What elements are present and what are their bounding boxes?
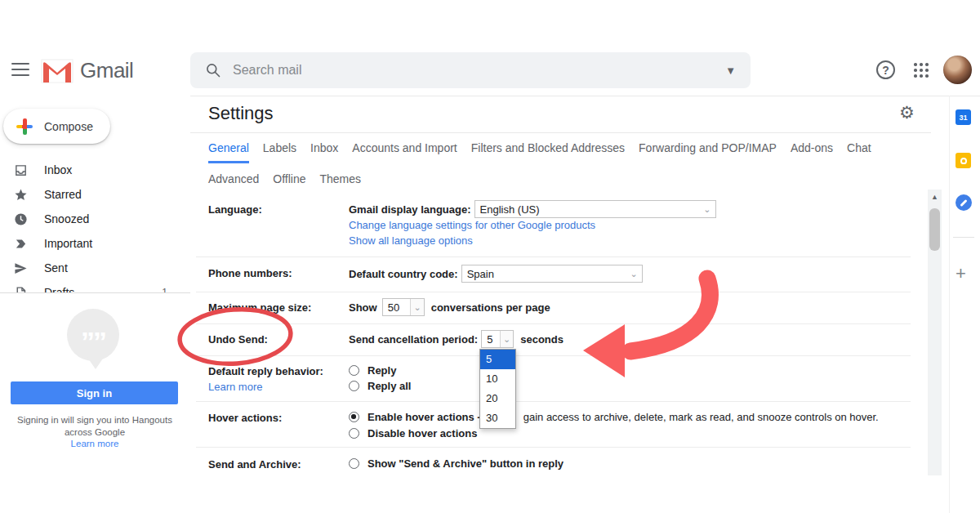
- scroll-up-arrow-icon[interactable]: ▲: [928, 193, 942, 201]
- scrollbar-thumb[interactable]: [929, 208, 940, 251]
- max-page-size-row-label: Maximum page size:: [208, 301, 343, 314]
- phone-numbers-row-label: Phone numbers:: [208, 267, 343, 279]
- settings-tabs-row-2: Advanced Offline Themes: [208, 172, 361, 192]
- row-divider: [196, 323, 911, 324]
- help-icon[interactable]: ?: [876, 60, 895, 79]
- page-size-select[interactable]: 50 ⌄: [382, 298, 425, 316]
- compose-label: Compose: [44, 120, 93, 133]
- show-language-options-link-row: Show all language options: [349, 234, 473, 247]
- sign-in-message: Signing in will sign you into Hangouts a…: [8, 414, 181, 439]
- sidebar-item-inbox[interactable]: Inbox: [0, 158, 190, 182]
- cancellation-period-select[interactable]: 5 ⌄: [481, 330, 514, 348]
- sidebar-nav: Inbox Starred Snoozed Important Sent Dra…: [0, 157, 190, 292]
- conversations-per-page-label: conversations per page: [431, 301, 550, 314]
- search-icon: [205, 62, 221, 78]
- reply-learn-more-link[interactable]: Learn more: [208, 381, 343, 393]
- tab-chat[interactable]: Chat: [847, 141, 871, 163]
- row-divider: [196, 256, 911, 257]
- sidebar-item-important[interactable]: Important: [0, 231, 190, 256]
- sidebar-item-drafts[interactable]: Drafts 1: [0, 280, 190, 292]
- disable-hover-radio[interactable]: [349, 428, 359, 439]
- right-rail-separator: [953, 237, 974, 238]
- tab-themes[interactable]: Themes: [320, 172, 362, 192]
- reply-radio[interactable]: [349, 365, 359, 376]
- show-label: Show: [349, 301, 377, 314]
- send-archive-option-row: Show "Send & Archive" button in reply: [349, 457, 564, 470]
- sidebar-item-sent[interactable]: Sent: [0, 256, 190, 280]
- tab-general[interactable]: General: [208, 141, 249, 163]
- right-rail-divider: [949, 96, 950, 513]
- country-code-select[interactable]: Spain ⌄: [461, 265, 643, 283]
- hangouts-learn-more-link[interactable]: Learn more: [8, 439, 181, 448]
- row-divider: [196, 401, 911, 402]
- reply-all-radio[interactable]: [349, 381, 359, 391]
- cancellation-period-dropdown: 5 10 20 30: [479, 349, 516, 429]
- search-input[interactable]: [233, 63, 719, 78]
- seconds-label: seconds: [520, 333, 564, 346]
- scrollbar-track[interactable]: ▲: [928, 190, 942, 475]
- chevron-down-icon: ⌄: [500, 331, 513, 347]
- settings-tabs-row-1: General Labels Inbox Accounts and Import…: [208, 141, 871, 163]
- sign-in-button[interactable]: Sign in: [11, 381, 178, 404]
- tab-accounts-and-import[interactable]: Accounts and Import: [352, 141, 457, 163]
- phone-numbers-control: Default country code: Spain ⌄: [349, 265, 643, 283]
- enable-hover-option-row: Enable hover actions - gain access to ar…: [349, 411, 879, 423]
- settings-gear-icon[interactable]: ⚙: [899, 103, 915, 123]
- send-archive-option-label: Show "Send & Archive" button in reply: [368, 457, 564, 470]
- compose-button[interactable]: Compose: [3, 109, 110, 144]
- tab-labels[interactable]: Labels: [263, 141, 296, 163]
- tab-forwarding-and-pop-imap[interactable]: Forwarding and POP/IMAP: [639, 141, 777, 163]
- page-title: Settings: [208, 103, 274, 124]
- send-archive-radio[interactable]: [349, 458, 359, 469]
- add-addon-plus-icon[interactable]: +: [956, 263, 966, 284]
- max-page-size-control: Show 50 ⌄ conversations per page: [349, 298, 550, 316]
- account-avatar[interactable]: [943, 56, 972, 84]
- title-divider: [190, 132, 931, 133]
- header-divider: [190, 96, 980, 96]
- cancellation-period-label: Send cancellation period:: [349, 333, 478, 346]
- chevron-down-icon: ⌄: [703, 204, 715, 215]
- tab-add-ons[interactable]: Add-ons: [791, 141, 833, 163]
- enable-hover-radio[interactable]: [349, 412, 359, 422]
- language-row-label: Language:: [208, 203, 343, 216]
- enable-hover-description: gain access to archive, delete, mark as …: [523, 411, 879, 423]
- google-apps-icon[interactable]: [914, 63, 929, 78]
- reply-option-row: Reply: [349, 364, 396, 377]
- tasks-icon[interactable]: [956, 194, 972, 211]
- dropdown-option-30[interactable]: 30: [480, 408, 515, 428]
- search-options-caret-icon[interactable]: ▼: [725, 65, 736, 77]
- sidebar-item-label: Sent: [44, 261, 68, 274]
- main-menu-icon[interactable]: [11, 63, 29, 76]
- search-bar[interactable]: ▼: [190, 52, 751, 88]
- language-control: Gmail display language: English (US) ⌄: [349, 200, 716, 218]
- display-language-select[interactable]: English (US) ⌄: [474, 200, 716, 218]
- send-icon: [14, 261, 28, 275]
- dropdown-option-20[interactable]: 20: [480, 389, 515, 408]
- disable-hover-label: Disable hover actions: [368, 427, 477, 439]
- gmail-logo: Gmail: [41, 58, 133, 83]
- sidebar-item-snoozed[interactable]: Snoozed: [0, 207, 190, 231]
- hover-actions-row-label: Hover actions:: [208, 412, 343, 424]
- undo-send-row-label: Undo Send:: [208, 333, 343, 346]
- disable-hover-option-row: Disable hover actions: [349, 427, 477, 439]
- sidebar-item-starred[interactable]: Starred: [0, 182, 190, 207]
- change-language-settings-link[interactable]: Change language settings for other Googl…: [349, 219, 595, 231]
- reply-all-option-row: Reply all: [349, 380, 411, 392]
- keep-icon[interactable]: [956, 153, 971, 168]
- tab-inbox[interactable]: Inbox: [310, 141, 338, 163]
- tab-advanced[interactable]: Advanced: [208, 172, 259, 192]
- dropdown-option-5[interactable]: 5: [480, 350, 515, 369]
- dropdown-option-10[interactable]: 10: [480, 369, 515, 389]
- sidebar-item-label: Snoozed: [44, 212, 89, 225]
- drafts-count-badge: 1: [162, 287, 167, 292]
- tab-filters-and-blocked-addresses[interactable]: Filters and Blocked Addresses: [471, 141, 625, 163]
- calendar-icon[interactable]: 31: [956, 109, 971, 125]
- row-divider: [196, 447, 911, 448]
- red-arrow-shaft: [630, 279, 710, 351]
- compose-plus-icon: [16, 118, 33, 135]
- tab-offline[interactable]: Offline: [273, 172, 305, 192]
- brand-name: Gmail: [80, 58, 133, 83]
- show-all-language-options-link[interactable]: Show all language options: [349, 234, 473, 247]
- sidebar-divider: [0, 292, 190, 293]
- inbox-icon: [14, 163, 28, 177]
